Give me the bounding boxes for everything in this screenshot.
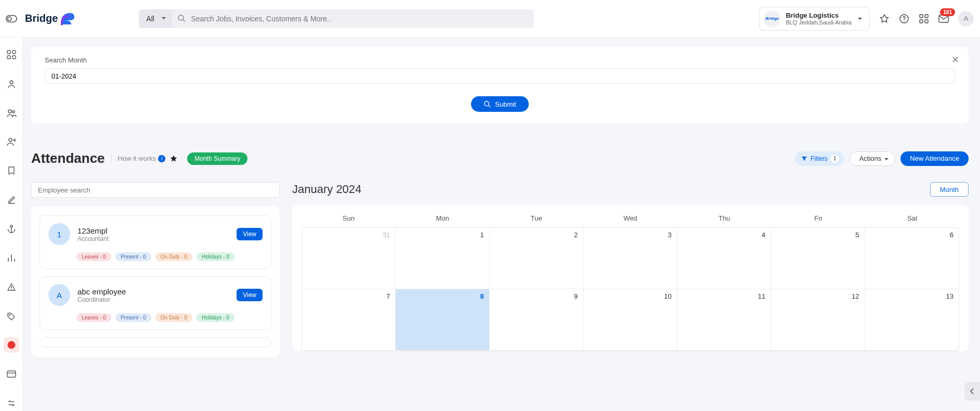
svg-rect-10: [939, 15, 948, 22]
star-icon[interactable]: [879, 14, 890, 24]
svg-rect-9: [925, 20, 928, 23]
search-scope-select[interactable]: All: [139, 9, 172, 28]
org-switcher[interactable]: Bridge Bridge Logistics BLQ Jeddah,Saudi…: [759, 7, 870, 31]
help-icon[interactable]: [899, 14, 909, 24]
svg-rect-6: [920, 15, 923, 18]
visibility-toggle-icon[interactable]: [4, 11, 19, 26]
org-name: Bridge Logistics: [786, 11, 852, 19]
apps-grid-icon[interactable]: [919, 14, 929, 24]
svg-point-2: [178, 15, 184, 20]
mail-icon[interactable]: 181: [938, 14, 949, 24]
svg-point-1: [8, 17, 11, 20]
svg-rect-8: [920, 20, 923, 23]
mail-badge: 181: [940, 8, 955, 16]
global-search-input[interactable]: [172, 9, 534, 28]
org-location: BLQ Jeddah,Saudi Arabia: [786, 19, 852, 25]
svg-point-5: [904, 20, 905, 21]
logo-mark-icon: [59, 11, 76, 27]
topbar: Bridge All Bridge Bridge Logistics BLQ J…: [0, 0, 980, 37]
search-icon: [177, 14, 186, 22]
user-avatar[interactable]: A: [958, 11, 974, 27]
svg-rect-7: [925, 15, 928, 18]
svg-line-3: [183, 20, 185, 22]
global-search: All: [139, 9, 534, 28]
app-logo[interactable]: Bridge: [25, 10, 76, 27]
org-logo-icon: Bridge: [764, 10, 780, 27]
